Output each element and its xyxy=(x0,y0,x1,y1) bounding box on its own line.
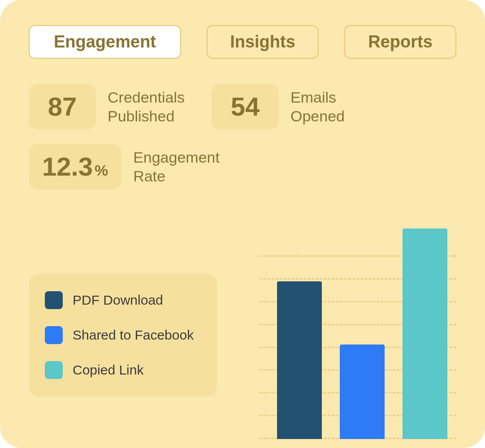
chart-bar xyxy=(340,345,385,439)
legend-label-link: Copied Link xyxy=(73,362,143,378)
legend-label-pdf: PDF Download xyxy=(73,293,163,308)
stat-rate-label: EngagementRate xyxy=(133,148,220,186)
legend-item-link: Copied Link xyxy=(45,361,201,379)
legend-label-facebook: Shared to Facebook xyxy=(73,327,194,343)
chart-bars xyxy=(273,228,452,439)
dashboard-card: Engagement Insights Reports 87 Credentia… xyxy=(0,0,485,448)
stat-credentials-label: CredentialsPublished xyxy=(108,88,185,126)
stat-rate-unit: % xyxy=(95,163,108,178)
legend-swatch-link xyxy=(45,361,63,379)
stat-credentials: 87 CredentialsPublished xyxy=(29,84,185,129)
chart-bar xyxy=(277,281,322,439)
chart-legend: PDF Download Shared to Facebook Copied L… xyxy=(29,273,217,397)
stat-emails-label: EmailsOpened xyxy=(290,88,345,126)
stat-emails: 54 EmailsOpened xyxy=(212,84,345,129)
tab-engagement[interactable]: Engagement xyxy=(29,25,181,59)
tab-bar: Engagement Insights Reports xyxy=(29,25,456,59)
stat-credentials-value: 87 xyxy=(29,84,96,129)
stats-row: 87 CredentialsPublished 54 EmailsOpened … xyxy=(29,84,456,190)
stat-emails-value: 54 xyxy=(212,84,279,129)
legend-swatch-pdf xyxy=(45,291,63,309)
tab-insights[interactable]: Insights xyxy=(207,25,319,59)
legend-item-facebook: Shared to Facebook xyxy=(45,326,201,344)
legend-swatch-facebook xyxy=(45,326,63,344)
chart-bar xyxy=(403,228,447,439)
stat-rate: 12.3% EngagementRate xyxy=(29,144,220,190)
stat-rate-value: 12.3% xyxy=(29,144,121,190)
stat-rate-number: 12.3 xyxy=(42,154,93,180)
bar-chart xyxy=(259,228,456,439)
legend-item-pdf: PDF Download xyxy=(45,291,201,309)
tab-reports[interactable]: Reports xyxy=(344,25,456,59)
